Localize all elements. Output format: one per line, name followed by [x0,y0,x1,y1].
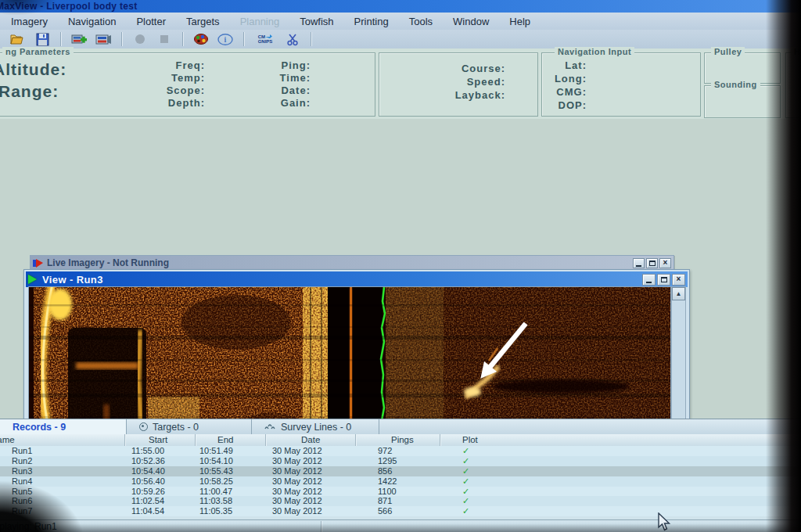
view-run3-titlebar[interactable]: View - Run3 × [26,271,688,287]
minimize-button[interactable] [642,274,656,286]
speed-label: Speed: [467,76,505,88]
live-imagery-titlebar[interactable]: Live Imagery - Not Running × [31,256,673,270]
menu-printing[interactable]: Printing [354,16,389,27]
open-folder-icon[interactable] [9,32,27,47]
maximize-button[interactable] [646,258,658,268]
pulley-group: Pulley [704,52,781,84]
toolbar-separator [243,32,244,46]
status-bar: Displaying: Run1 [0,519,801,532]
tab-survey-lines[interactable]: Survey Lines - 0 [252,419,379,434]
table-row-run4[interactable]: Run4 10:56.40 10:58.25 30 May 2012 1422 … [0,476,801,487]
tab-records[interactable]: Records - 9 [0,419,127,434]
sounding-group: Sounding [704,85,781,118]
right-partial-caption: H [791,47,801,56]
gnips-icon[interactable]: CM GNIPS [253,32,277,47]
palette-icon[interactable] [192,32,210,47]
view-run3-title: View - Run3 [42,274,103,286]
menu-towfish[interactable]: Towfish [300,16,333,27]
survey-lines-icon [264,422,276,431]
maximize-button[interactable] [657,274,670,286]
ping-parameters-caption: ng Parameters [2,47,74,56]
add-record-icon[interactable] [70,32,88,47]
layback-label: Layback: [455,89,505,101]
record-circle-icon [131,32,149,47]
tab-survey-lines-label: Survey Lines - 0 [281,422,351,433]
table-row-run1[interactable]: Run1 11:55.00 10:51.49 30 May 2012 972 ✓ [0,446,801,456]
menu-planning: Planning [240,16,280,27]
ping-label: Ping: [282,59,311,71]
pulley-caption: Pulley [711,47,745,56]
menu-imagery[interactable]: Imagery [11,16,48,27]
cut-icon[interactable] [284,32,301,47]
records-panel: Records - 9 Targets - 0 Survey Lines - 0… [0,419,801,520]
header-plot[interactable]: Plot [440,434,801,446]
record-list-icon[interactable] [95,32,112,47]
freq-label: Freq: [176,59,206,71]
plot-check: ✓ [440,456,801,466]
dop-label: DOP: [559,99,587,111]
cmg-label: CMG: [556,86,587,98]
header-end[interactable]: End [196,434,266,446]
scroll-up-button[interactable]: ▲ [672,287,685,300]
time-label: Time: [280,72,311,84]
plot-check: ✓ [440,476,801,487]
plot-check: ✓ [440,446,801,456]
menu-navigation[interactable]: Navigation [68,16,116,27]
target-icon [139,422,148,431]
tab-records-label: Records - 9 [13,422,66,433]
live-imagery-icon [33,259,43,268]
info-icon[interactable]: i [217,32,234,47]
tab-strip: Records - 9 Targets - 0 Survey Lines - 0 [0,419,801,435]
menu-help[interactable]: Help [509,16,530,27]
toolbar: i CM GNIPS [0,30,801,49]
status-displaying: Displaying: Run1 [0,521,321,532]
mouse-cursor [657,512,674,532]
menu-tools[interactable]: Tools [409,16,433,27]
close-button[interactable]: × [659,258,671,268]
menu-bar: Imagery Navigation Plotter Targets Plann… [0,13,801,30]
navigation-input-caption: Navigation Input [555,47,634,56]
menu-window[interactable]: Window [453,16,489,27]
minimize-button[interactable] [633,258,645,268]
altitude-label: Altitude: [0,60,66,79]
table-row-run7[interactable]: Run7 11:04.54 11:05.35 30 May 2012 566 ✓ [0,506,801,516]
toolbar-separator [311,32,311,46]
menu-plotter[interactable]: Plotter [136,16,166,27]
toolbar-separator [121,32,122,46]
records-table-header: Name Start End Date Pings Plot [0,434,801,447]
course-label: Course: [462,63,505,74]
mdi-desktop: Live Imagery - Not Running × View - Run3… [0,119,801,419]
menu-targets[interactable]: Targets [186,16,220,27]
table-row-run6[interactable]: Run6 11:02.54 11:03.58 30 May 2012 871 ✓ [0,496,801,506]
table-row-run5[interactable]: Run5 10:59.26 11:00.47 30 May 2012 1100 … [0,487,801,497]
app-title: MaxView - Liverpool body test [0,0,138,13]
right-partial-group: H [785,52,801,118]
table-row-run3-selected[interactable]: Run3 10:54.40 10:55.43 30 May 2012 856 ✓ [0,466,801,476]
app-titlebar[interactable]: MaxView - Liverpool body test [0,0,801,13]
svg-text:i: i [224,35,227,44]
header-name[interactable]: Name [0,434,15,446]
save-icon[interactable] [34,32,51,47]
toolbar-separator [60,32,61,46]
table-row-run2[interactable]: Run2 10:52.36 10:54.10 30 May 2012 1295 … [0,456,801,466]
long-label: Long: [555,73,587,84]
header-date[interactable]: Date [266,434,356,446]
plot-check: ✓ [440,466,801,476]
plot-check: ✓ [440,496,801,506]
gain-label: Gain: [281,97,311,109]
header-pings[interactable]: Pings [356,434,440,446]
close-button[interactable]: × [672,274,685,286]
maxview-application: MaxView - Liverpool body test Imagery Na… [0,0,801,532]
sounding-caption: Sounding [711,80,760,89]
gnips-text-bottom: GNIPS [258,39,273,44]
tab-targets-label: Targets - 0 [153,422,199,433]
depth-label: Depth: [168,97,205,109]
date-label: Date: [281,84,311,96]
course-group [379,52,538,117]
header-start[interactable]: Start [125,434,196,446]
tab-targets[interactable]: Targets - 0 [127,419,252,434]
stop-square-icon [156,32,173,47]
scope-label: Scope: [167,84,205,96]
lat-label: Lat: [565,59,587,71]
plot-check: ✓ [440,506,801,516]
